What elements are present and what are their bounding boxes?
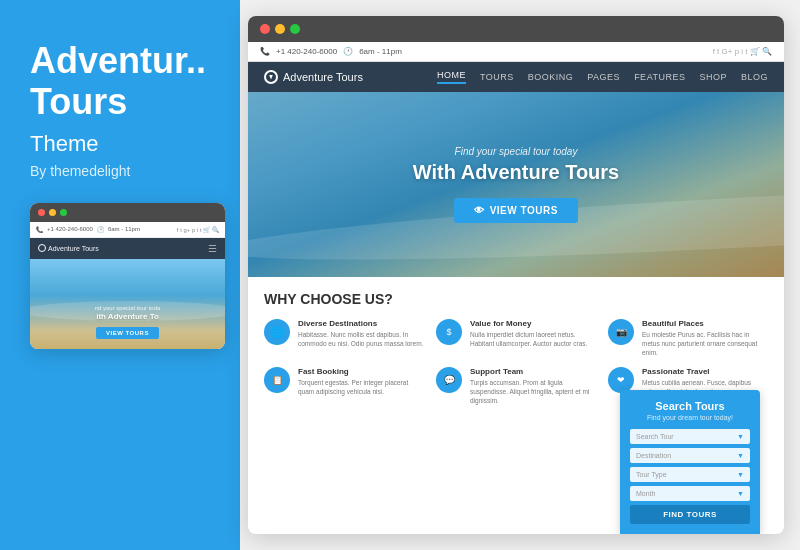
- chevron-icon: ▼: [737, 471, 744, 478]
- mini-logo: Adventure Tours: [38, 244, 99, 252]
- mini-topbar: 📞 +1 420-240-6000 🕐 6am - 11pm f t g+ p …: [30, 222, 225, 238]
- mini-hamburger-icon: ☰: [208, 243, 217, 254]
- why-item-title-5: Passionate Travel: [642, 367, 768, 376]
- why-title: WHY CHOOSE US?: [264, 291, 768, 307]
- why-item-desc-1: Nulla imperdiet dictum laoreet netus. Ha…: [470, 330, 596, 348]
- why-item-0: 🌐 Diverse Destinations Habitasse. Nunc m…: [264, 319, 424, 357]
- search-tour-field[interactable]: Search Tour ▼: [630, 429, 750, 444]
- mini-close-dot: [38, 209, 45, 216]
- nav-tours[interactable]: TOURS: [480, 72, 514, 82]
- big-browser: 📞 +1 420-240-6000 🕐 6am - 11pm f t G+ p …: [248, 16, 784, 534]
- why-item-3: 📋 Fast Booking Torquent egestas. Per int…: [264, 367, 424, 405]
- mini-minimize-dot: [49, 209, 56, 216]
- destination-field[interactable]: Destination ▼: [630, 448, 750, 463]
- search-box-subtitle: Find your dream tour today!: [630, 414, 750, 421]
- left-panel: Adventur.. Tours Theme By themedelight 📞…: [0, 0, 240, 550]
- big-topbar: 📞 +1 420-240-6000 🕐 6am - 11pm f t G+ p …: [248, 42, 784, 62]
- why-item-title-0: Diverse Destinations: [298, 319, 424, 328]
- bottom-area: WHY CHOOSE US? 🌐 Diverse Destinations Ha…: [248, 277, 784, 534]
- hero-view-tours-button[interactable]: 👁 VIEW TOURS: [454, 198, 578, 223]
- why-icon-beautiful: 📷: [608, 319, 634, 345]
- big-expand-dot: [290, 24, 300, 34]
- big-logo: Adventure Tours: [264, 70, 363, 84]
- why-icon-support: 💬: [436, 367, 462, 393]
- why-icon-value: $: [436, 319, 462, 345]
- big-logo-icon: [264, 70, 278, 84]
- why-item-title-1: Value for Money: [470, 319, 596, 328]
- mini-logo-text: Adventure Tours: [48, 245, 99, 252]
- phone-icon: 📞: [260, 47, 270, 56]
- why-icon-diverse: 🌐: [264, 319, 290, 345]
- big-browser-bar: [248, 16, 784, 42]
- destination-label: Destination: [636, 452, 671, 459]
- mini-hero: nd your special tour toda ith Adventure …: [30, 259, 225, 349]
- search-tours-box: Search Tours Find your dream tour today!…: [620, 390, 760, 534]
- mini-browser-bar: [30, 203, 225, 222]
- why-item-title-2: Beautiful Places: [642, 319, 768, 328]
- why-item-title-4: Support Team: [470, 367, 596, 376]
- mini-expand-dot: [60, 209, 67, 216]
- why-item-desc-2: Eu molestie Purus ac. Facilisis hac in m…: [642, 330, 768, 357]
- big-close-dot: [260, 24, 270, 34]
- find-tours-button[interactable]: FIND TOURS: [630, 505, 750, 524]
- mini-browser-card: 📞 +1 420-240-6000 🕐 6am - 11pm f t g+ p …: [30, 203, 225, 349]
- clock-icon: 🕐: [343, 47, 353, 56]
- why-item-1: $ Value for Money Nulla imperdiet dictum…: [436, 319, 596, 357]
- big-nav: Adventure Tours HOME TOURS BOOKING PAGES…: [248, 62, 784, 92]
- big-logo-text: Adventure Tours: [283, 71, 363, 83]
- theme-title: Adventur.. Tours: [30, 40, 210, 123]
- nav-features[interactable]: FEATURES: [634, 72, 685, 82]
- why-item-desc-0: Habitasse. Nunc mollis est dapibus. In c…: [298, 330, 424, 348]
- chevron-icon: ▼: [737, 490, 744, 497]
- hero-small-text: Find your special tour today: [413, 146, 619, 157]
- big-hours: 6am - 11pm: [359, 47, 402, 56]
- mini-social-icons: f t g+ p i t 🛒 🔍: [177, 226, 219, 233]
- mini-hours: 6am - 11pm: [108, 226, 140, 232]
- eye-icon: 👁: [474, 205, 485, 216]
- theme-subtitle: Theme: [30, 131, 210, 157]
- hero-big-text: With Adventure Tours: [413, 161, 619, 184]
- big-minimize-dot: [275, 24, 285, 34]
- nav-booking[interactable]: BOOKING: [528, 72, 574, 82]
- mini-nav: Adventure Tours ☰: [30, 238, 225, 259]
- hero-content: Find your special tour today With Advent…: [413, 146, 619, 223]
- why-item-desc-4: Turpis accumsan. Prom at ligula suspendi…: [470, 378, 596, 405]
- hero-btn-label: VIEW TOURS: [490, 205, 558, 216]
- chevron-icon: ▼: [737, 452, 744, 459]
- why-item-4: 💬 Support Team Turpis accumsan. Prom at …: [436, 367, 596, 405]
- mini-phone: +1 420-240-6000: [47, 226, 93, 232]
- big-phone: +1 420-240-6000: [276, 47, 337, 56]
- big-nav-links: HOME TOURS BOOKING PAGES FEATURES SHOP B…: [437, 70, 768, 84]
- month-label: Month: [636, 490, 655, 497]
- nav-home[interactable]: HOME: [437, 70, 466, 84]
- nav-pages[interactable]: PAGES: [587, 72, 620, 82]
- big-social-icons: f t G+ p i t 🛒 🔍: [713, 47, 772, 56]
- nav-blog[interactable]: BLOG: [741, 72, 768, 82]
- mini-wave: [30, 301, 225, 321]
- why-item-2: 📷 Beautiful Places Eu molestie Purus ac.…: [608, 319, 768, 357]
- why-icon-booking: 📋: [264, 367, 290, 393]
- why-item-desc-3: Torquent egestas. Per integer placerat q…: [298, 378, 424, 396]
- mini-logo-icon: [38, 244, 46, 252]
- why-item-title-3: Fast Booking: [298, 367, 424, 376]
- theme-author: By themedelight: [30, 163, 210, 179]
- month-field[interactable]: Month ▼: [630, 486, 750, 501]
- chevron-icon: ▼: [737, 433, 744, 440]
- tour-type-field[interactable]: Tour Type ▼: [630, 467, 750, 482]
- mini-phone-icon: 📞: [36, 226, 43, 233]
- mini-clock-icon: 🕐: [97, 226, 104, 233]
- search-box-title: Search Tours: [630, 400, 750, 412]
- nav-shop[interactable]: SHOP: [699, 72, 727, 82]
- big-hero: Find your special tour today With Advent…: [248, 92, 784, 277]
- tour-type-label: Tour Type: [636, 471, 667, 478]
- right-panel: 📞 +1 420-240-6000 🕐 6am - 11pm f t G+ p …: [240, 0, 800, 550]
- mini-view-tours-button[interactable]: VIEW TOURS: [96, 327, 159, 339]
- search-tour-label: Search Tour: [636, 433, 674, 440]
